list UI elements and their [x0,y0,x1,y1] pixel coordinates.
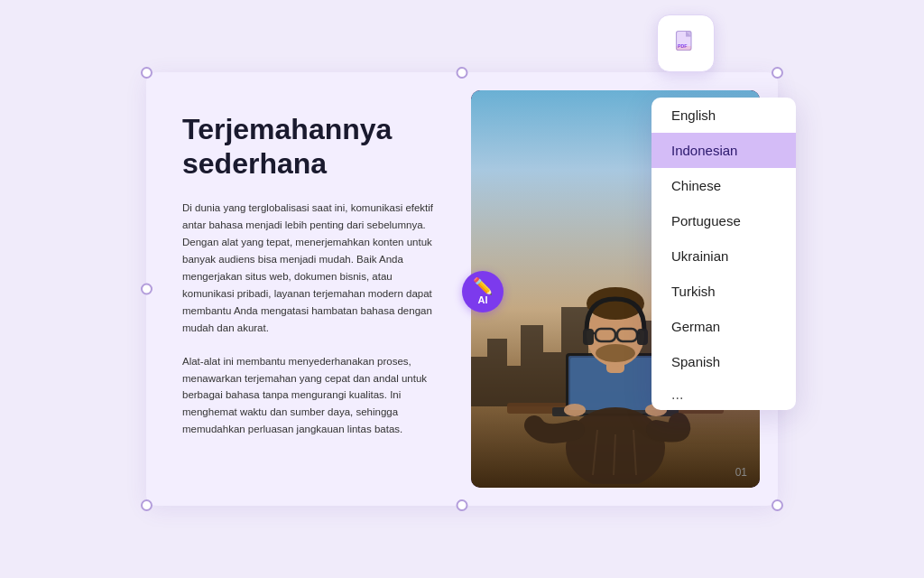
pdf-button[interactable]: PDF [657,14,715,72]
pdf-icon: PDF [672,30,699,57]
ai-edit-icon: ✏️ [473,278,493,294]
handle-middle-left[interactable] [141,284,152,295]
dropdown-item-spanish[interactable]: Spanish [651,344,796,379]
building [471,357,487,406]
dropdown-item-indonesian[interactable]: Indonesian [651,133,796,168]
slide-title: Terjemahannya sederhana [182,112,442,182]
svg-rect-19 [583,329,594,345]
handle-top-left[interactable] [141,67,152,79]
ai-badge-label: AI [478,294,488,305]
dropdown-item-more[interactable]: ... [651,379,796,410]
svg-point-7 [564,404,586,416]
handle-bottom-left[interactable] [141,499,152,511]
dropdown-item-chinese[interactable]: Chinese [651,168,796,203]
ai-badge[interactable]: ✏️ AI [462,271,504,312]
handle-bottom-middle[interactable] [457,499,468,511]
slide-body-2: Alat-alat ini membantu menyederhanakan p… [182,353,442,439]
svg-rect-27 [677,46,692,51]
svg-rect-20 [637,329,648,345]
dropdown-item-english[interactable]: English [651,98,796,133]
text-panel: Terjemahannya sederhana Di dunia yang te… [146,72,471,506]
handle-top-right[interactable] [772,67,783,79]
dropdown-item-ukrainian[interactable]: Ukrainian [651,238,796,274]
svg-point-13 [596,344,635,362]
handle-top-middle[interactable] [457,67,468,79]
slide-body-1: Di dunia yang terglobalisasi saat ini, k… [182,200,442,337]
language-dropdown: EnglishIndonesianChinesePortugueseUkrain… [651,98,796,410]
dropdown-item-german[interactable]: German [651,309,796,344]
dropdown-item-turkish[interactable]: Turkish [651,274,796,309]
dropdown-item-portuguese[interactable]: Portuguese [651,203,796,238]
handle-bottom-right[interactable] [772,499,783,511]
scene: Terjemahannya sederhana Di dunia yang te… [29,27,895,551]
